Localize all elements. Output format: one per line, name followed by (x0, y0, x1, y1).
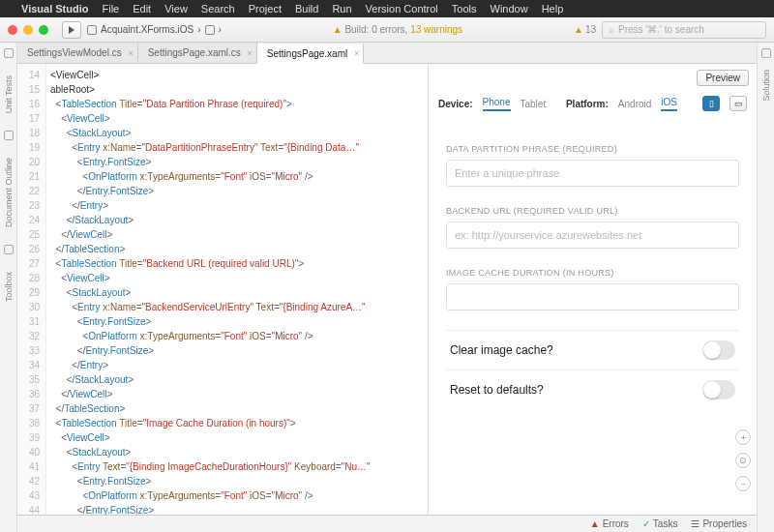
chevron-right-icon: › (197, 24, 200, 35)
file-tab[interactable]: SettingsPage.xaml.cs × (138, 43, 257, 63)
warning-icon: ▲ (574, 24, 583, 35)
zoom-out-icon[interactable]: － (735, 476, 751, 491)
zoom-reset-icon[interactable]: ⊙ (735, 453, 751, 468)
warning-count: 13 (585, 24, 596, 35)
run-button[interactable] (62, 21, 81, 39)
platform-ios[interactable]: iOS (661, 97, 677, 111)
document-outline-icon[interactable] (4, 131, 14, 140)
menu-window[interactable]: Window (491, 3, 528, 15)
close-icon[interactable]: × (354, 48, 359, 58)
sidebar-document-outline[interactable]: Document Outline (4, 158, 14, 227)
close-icon[interactable]: × (248, 48, 253, 58)
sidebar-toolbox[interactable]: Toolbox (4, 272, 14, 302)
build-errors: Build: 0 errors, (344, 24, 407, 35)
switch-toggle[interactable] (702, 380, 735, 399)
warning-icon: ▲ (333, 24, 342, 35)
data-partition-input[interactable]: Enter a unique phrase (446, 160, 739, 187)
line-gutter: 14 15 16 17 18 19 20 21 22 23 24 25 26 2… (17, 64, 46, 515)
search-icon: ⌕ (609, 24, 614, 35)
window-controls (8, 25, 48, 35)
device-phone[interactable]: Phone (483, 97, 511, 111)
device-tablet[interactable]: Tablet (521, 99, 547, 109)
device-icon (205, 25, 215, 35)
target-label: Acquaint.XForms.iOS (101, 24, 194, 35)
run-target[interactable]: Acquaint.XForms.iOS › › (87, 24, 222, 35)
unit-tests-icon[interactable] (4, 48, 14, 58)
orientation-portrait-icon[interactable]: ▯ (702, 96, 720, 111)
sidebar-unit-tests[interactable]: Unit Tests (4, 75, 14, 113)
field-label: IMAGE CACHE DURATION (IN HOURS) (446, 268, 739, 278)
close-window-icon[interactable] (8, 25, 17, 35)
chevron-right-icon: › (219, 24, 222, 35)
preview-button[interactable]: Preview (697, 70, 749, 86)
sidebar-solution[interactable]: Solution (761, 70, 771, 102)
menu-run[interactable]: Run (332, 3, 351, 15)
toolbox-icon[interactable] (4, 245, 14, 254)
menu-edit[interactable]: Edit (133, 3, 151, 15)
menu-build[interactable]: Build (295, 3, 318, 15)
build-warnings: 13 warnings (410, 24, 462, 35)
menu-help[interactable]: Help (542, 3, 564, 15)
right-sidebar: Solution (757, 43, 774, 532)
menubar: Visual Studio File Edit View Search Proj… (0, 0, 774, 17)
device-label: Device: (438, 99, 473, 109)
preview-panel: Preview Device: Phone Tablet Platform: A… (428, 64, 757, 515)
left-sidebar: Unit Tests Document Outline Toolbox (0, 43, 17, 532)
orientation-landscape-icon[interactable]: ▭ (729, 96, 747, 111)
zoom-in-icon[interactable]: ＋ (735, 429, 751, 445)
form-preview: DATA PARTITION PHRASE (REQUIRED) Enter a… (429, 115, 757, 515)
search-placeholder: Press '⌘.' to search (618, 24, 704, 35)
solution-icon[interactable] (761, 48, 771, 58)
warning-badge[interactable]: ▲ 13 (574, 24, 596, 35)
menu-tools[interactable]: Tools (452, 3, 477, 15)
app-name[interactable]: Visual Studio (21, 3, 88, 15)
check-icon: ✓ (642, 518, 650, 529)
file-tab-label: SettingsPage.xaml.cs (148, 47, 241, 58)
file-tabbar: SettingsViewModel.cs × SettingsPage.xaml… (17, 43, 757, 64)
file-tab-label: SettingsViewModel.cs (27, 47, 122, 58)
main: Unit Tests Document Outline Toolbox Sett… (0, 43, 774, 532)
error-icon: ▲ (590, 518, 600, 529)
menu-view[interactable]: View (164, 3, 188, 15)
device-selector: Device: Phone Tablet Platform: Android i… (429, 92, 757, 115)
status-bar: ▲Errors ✓Tasks ☰Properties (17, 515, 757, 532)
menu-search[interactable]: Search (201, 3, 235, 15)
status-tasks[interactable]: ✓Tasks (642, 518, 678, 529)
platform-label: Platform: (566, 99, 609, 109)
search-input[interactable]: ⌕ Press '⌘.' to search (602, 21, 766, 39)
target-icon (87, 25, 97, 35)
code-lines[interactable]: <ViewCell> ableRoot> <TableSection Title… (46, 64, 389, 515)
field-label: BACKEND URL (REQUIRED VALID URL) (446, 206, 739, 216)
properties-icon: ☰ (691, 518, 700, 529)
switch-toggle[interactable] (702, 340, 735, 360)
menu-project[interactable]: Project (249, 3, 282, 15)
code-editor[interactable]: 14 15 16 17 18 19 20 21 22 23 24 25 26 2… (17, 64, 428, 515)
editor-area: SettingsViewModel.cs × SettingsPage.xaml… (17, 43, 757, 532)
status-errors[interactable]: ▲Errors (590, 518, 629, 529)
file-tab[interactable]: SettingsPage.xaml × (257, 44, 364, 64)
switch-label: Reset to defaults? (450, 383, 544, 397)
switch-reset-defaults[interactable]: Reset to defaults? (446, 369, 739, 409)
status-properties[interactable]: ☰Properties (691, 518, 747, 529)
menu-version-control[interactable]: Version Control (366, 3, 438, 15)
minimize-window-icon[interactable] (23, 25, 33, 35)
zoom-window-icon[interactable] (39, 25, 48, 35)
switch-clear-cache[interactable]: Clear image cache? (446, 330, 739, 369)
backend-url-input[interactable]: ex: http://yourservice.azurewebsites.net (446, 222, 739, 249)
field-label: DATA PARTITION PHRASE (REQUIRED) (446, 144, 739, 154)
cache-duration-input[interactable] (446, 283, 739, 310)
menu-file[interactable]: File (102, 3, 119, 15)
split-view: 14 15 16 17 18 19 20 21 22 23 24 25 26 2… (17, 64, 757, 515)
close-icon[interactable]: × (128, 48, 133, 58)
switch-label: Clear image cache? (450, 343, 553, 357)
platform-android[interactable]: Android (618, 99, 651, 109)
file-tab-label: SettingsPage.xaml (267, 48, 347, 59)
toolbar: Acquaint.XForms.iOS › › ▲ Build: 0 error… (0, 17, 774, 43)
build-status: ▲ Build: 0 errors, 13 warnings (227, 24, 568, 35)
file-tab[interactable]: SettingsViewModel.cs × (17, 43, 138, 63)
zoom-controls: ＋ ⊙ － (735, 429, 751, 491)
